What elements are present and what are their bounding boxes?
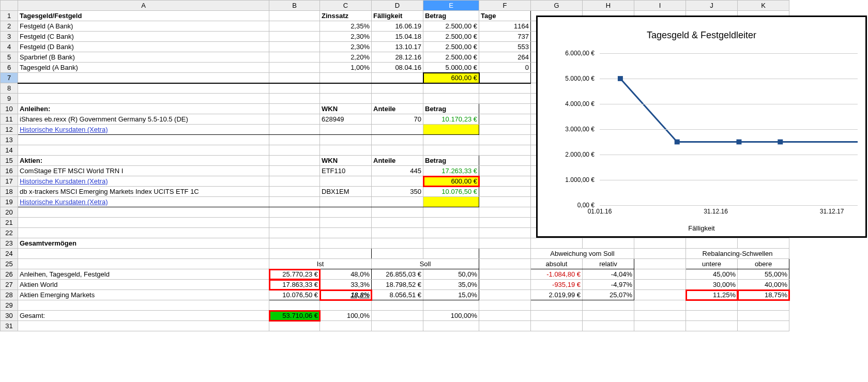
cell-E24[interactable] [423, 249, 479, 259]
cell-E28[interactable]: 15,0% [423, 290, 479, 300]
cell-A19-link[interactable]: Historische Kursdaten (Xetra) [18, 197, 269, 207]
cell-D27[interactable]: 18.798,52 € [372, 280, 423, 290]
col-header-F[interactable]: F [479, 1, 531, 11]
cell-D3[interactable]: 15.04.18 [372, 32, 423, 42]
cell-C4[interactable]: 2,30% [320, 42, 372, 52]
cell-B24[interactable] [269, 249, 320, 259]
row-header-8[interactable]: 8 [1, 83, 18, 94]
row-header-6[interactable]: 6 [1, 63, 18, 73]
cell-C28[interactable]: 18,8% [320, 290, 372, 300]
cell-E11[interactable]: 10.170,23 € [423, 114, 479, 125]
cell-D15[interactable]: Anteile [372, 156, 423, 166]
cell-C15[interactable]: WKN [320, 156, 372, 166]
cell-G26[interactable]: -1.084,80 € [531, 269, 583, 280]
col-header-H[interactable]: H [583, 1, 634, 11]
cell-A7[interactable] [18, 73, 269, 83]
cell-C5[interactable]: 2,20% [320, 52, 372, 63]
cell-C24[interactable] [320, 249, 372, 259]
cell-C27[interactable]: 33,3% [320, 280, 372, 290]
cell-F5[interactable]: 264 [479, 52, 531, 63]
row-header-15[interactable]: 15 [1, 156, 18, 166]
cell-G28[interactable]: 2.019,99 € [531, 290, 583, 300]
cell-A28[interactable]: Aktien Emerging Markets [18, 290, 269, 300]
row-header-22[interactable]: 22 [1, 228, 18, 238]
col-header-I[interactable]: I [634, 1, 686, 11]
row-header-27[interactable]: 27 [1, 280, 18, 290]
cell-E6[interactable]: 5.000,00 € [423, 63, 479, 73]
row-header-14[interactable]: 14 [1, 145, 18, 156]
col-header-J[interactable]: J [686, 1, 738, 11]
row-header-7[interactable]: 7 [1, 73, 18, 83]
cell-D4[interactable]: 13.10.17 [372, 42, 423, 52]
cell-D26[interactable]: 26.855,03 € [372, 269, 423, 280]
cell-E2[interactable]: 2.500,00 € [423, 21, 479, 32]
cell-E7[interactable]: 600,00 € [423, 73, 479, 83]
cell-C1[interactable]: Zinssatz [320, 11, 372, 21]
cell-C10[interactable]: WKN [320, 104, 372, 114]
cell-E1[interactable]: Betrag [423, 11, 479, 21]
cell-D2[interactable]: 16.06.19 [372, 21, 423, 32]
cell-C18[interactable]: DBX1EM [320, 187, 372, 197]
cell-B2[interactable] [269, 21, 320, 32]
row-header-16[interactable]: 16 [1, 166, 18, 176]
cell-A27[interactable]: Aktien World [18, 280, 269, 290]
cell-C2[interactable]: 2,35% [320, 21, 372, 32]
cell-E3[interactable]: 2.500,00 € [423, 32, 479, 42]
cell-A12-link[interactable]: Historische Kursdaten (Xetra) [18, 125, 269, 135]
cell-D18[interactable]: 350 [372, 187, 423, 197]
cell-A15[interactable]: Aktien: [18, 156, 269, 166]
cell-D5[interactable]: 28.12.16 [372, 52, 423, 63]
cell-A11[interactable]: iShares eb.rexx (R) Government Germany 5… [18, 114, 269, 125]
cell-B1[interactable] [269, 11, 320, 21]
cell-F3[interactable]: 737 [479, 32, 531, 42]
cell-F1[interactable]: Tage [479, 11, 531, 21]
cell-A16[interactable]: ComStage ETF MSCI World TRN I [18, 166, 269, 176]
chart-tagesgeld-festgeldleiter[interactable]: Tagesgeld & Festgeldleiter 0,00 € 1.000,… [536, 16, 867, 238]
cell-E16[interactable]: 17.263,33 € [423, 166, 479, 176]
cell-A2[interactable]: Festgeld (A Bank) [18, 21, 269, 32]
row-header-30[interactable]: 30 [1, 311, 18, 321]
cell-B25[interactable]: Ist [269, 259, 372, 269]
row-header-24[interactable]: 24 [1, 249, 18, 259]
cell-E5[interactable]: 2.500,00 € [423, 52, 479, 63]
cell-D16[interactable]: 445 [372, 166, 423, 176]
cell-E27[interactable]: 35,0% [423, 280, 479, 290]
row-header-9[interactable]: 9 [1, 94, 18, 104]
cell-E30[interactable]: 100,00% [423, 311, 479, 321]
cell-J27[interactable]: 30,00% [686, 280, 738, 290]
cell-D10[interactable]: Anteile [372, 104, 423, 114]
row-header-28[interactable]: 28 [1, 290, 18, 300]
cell-G27[interactable]: -935,19 € [531, 280, 583, 290]
row-header-13[interactable]: 13 [1, 135, 18, 145]
cell-J25[interactable]: untere [686, 259, 738, 269]
row-header-1[interactable]: 1 [1, 11, 18, 21]
row-header-25[interactable]: 25 [1, 259, 18, 269]
cell-E17[interactable]: 600,00 € [423, 176, 479, 187]
cell-B28[interactable]: 10.076,50 € [269, 290, 320, 300]
cell-J24[interactable]: Rebalancing-Schwellen [686, 249, 789, 259]
cell-E26[interactable]: 50,0% [423, 269, 479, 280]
row-header-20[interactable]: 20 [1, 207, 18, 218]
cell-J28[interactable]: 11,25% [686, 290, 738, 300]
cell-D24[interactable] [372, 249, 423, 259]
cell-F6[interactable]: 0 [479, 63, 531, 73]
cell-A18[interactable]: db x-trackers MSCI Emerging Markets Inde… [18, 187, 269, 197]
cell-A5[interactable]: Sparbrief (B Bank) [18, 52, 269, 63]
cell-A6[interactable]: Tagesgeld (A Bank) [18, 63, 269, 73]
cell-H28[interactable]: 25,07% [583, 290, 634, 300]
cell-D1[interactable]: Fälligkeit [372, 11, 423, 21]
row-header-4[interactable]: 4 [1, 42, 18, 52]
cell-J26[interactable]: 45,00% [686, 269, 738, 280]
cell-E10[interactable]: Betrag [423, 104, 479, 114]
cell-A10[interactable]: Anleihen: [18, 104, 269, 114]
cell-E15[interactable]: Betrag [423, 156, 479, 166]
col-header-C[interactable]: C [320, 1, 372, 11]
row-header-21[interactable]: 21 [1, 218, 18, 228]
select-all-corner[interactable] [1, 1, 18, 11]
cell-B26[interactable]: 25.770,23 € [269, 269, 320, 280]
cell-H25[interactable]: relativ [583, 259, 634, 269]
row-header-26[interactable]: 26 [1, 269, 18, 280]
row-header-19[interactable]: 19 [1, 197, 18, 207]
cell-H27[interactable]: -4,97% [583, 280, 634, 290]
cell-A30[interactable]: Gesamt: [18, 311, 269, 321]
